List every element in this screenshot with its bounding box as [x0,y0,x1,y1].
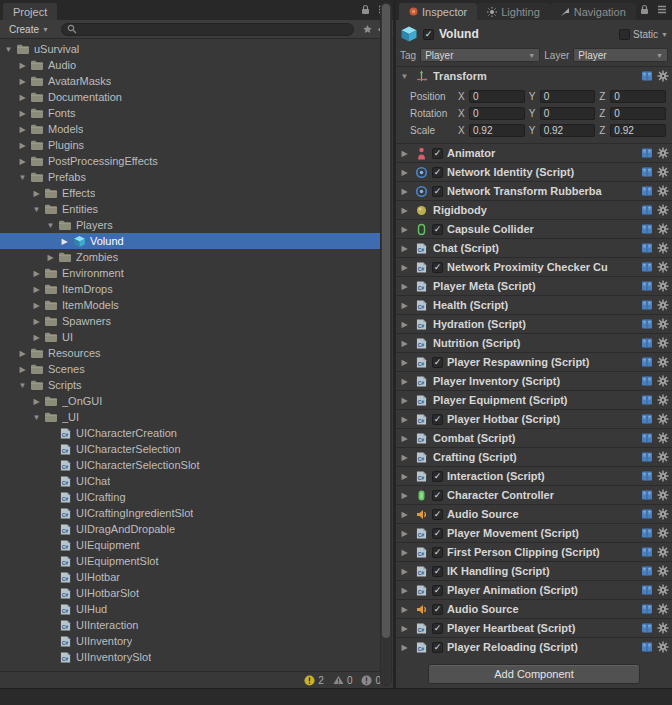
position-z-field[interactable]: 0 [610,90,666,103]
component-enabled-checkbox[interactable] [432,623,443,634]
foldout-closed-icon[interactable]: ▶ [16,125,29,134]
foldout-closed-icon[interactable]: ▶ [16,61,29,70]
rotation-z-field[interactable]: 0 [610,107,666,120]
gameobject-active-checkbox[interactable] [423,29,434,40]
lock-icon[interactable] [640,4,649,15]
search-box[interactable] [61,23,354,36]
tree-item[interactable]: C#UICharacterSelectionSlot [0,457,380,473]
component-enabled-checkbox[interactable] [432,262,443,273]
foldout-closed-icon[interactable]: ▶ [44,253,57,262]
help-book-icon[interactable] [641,223,653,235]
foldout-closed-icon[interactable]: ▶ [398,358,411,367]
help-book-icon[interactable] [641,299,653,311]
gear-icon[interactable] [657,546,669,558]
component-row[interactable]: ▶C#Player Heartbeat (Script) [396,618,672,637]
component-row[interactable]: ▶C#Player Meta (Script) [396,276,672,295]
foldout-closed-icon[interactable]: ▶ [16,77,29,86]
gameobject-name-field[interactable]: Volund [439,27,614,41]
gear-icon[interactable] [657,641,669,653]
foldout-closed-icon[interactable]: ▶ [398,567,411,576]
tree-item[interactable]: ▼Entities [0,201,380,217]
component-row[interactable]: ▶C#Player Animation (Script) [396,580,672,599]
component-enabled-checkbox[interactable] [432,547,443,558]
component-row[interactable]: ▶C#Player Hotbar (Script) [396,409,672,428]
component-enabled-checkbox[interactable] [432,224,443,235]
error-badge[interactable]: 2 [304,675,324,686]
help-book-icon[interactable] [641,641,653,653]
tree-item[interactable]: ▶Fonts [0,105,380,121]
help-book-icon[interactable] [641,70,653,82]
foldout-closed-icon[interactable]: ▶ [30,397,43,406]
tree-item[interactable]: ▶Resources [0,345,380,361]
tree-item[interactable]: C#UIHotbar [0,569,380,585]
tree-item[interactable]: C#UIDragAndDropable [0,521,380,537]
component-row[interactable]: ▶Rigidbody [396,200,672,219]
component-enabled-checkbox[interactable] [432,604,443,615]
gear-icon[interactable] [657,147,669,159]
foldout-open-icon[interactable]: ▼ [44,221,57,230]
help-book-icon[interactable] [641,356,653,368]
tag-dropdown[interactable]: Player ▼ [420,48,540,62]
help-book-icon[interactable] [641,470,653,482]
foldout-closed-icon[interactable]: ▶ [16,349,29,358]
component-row[interactable]: ▶Audio Source [396,599,672,618]
tree-item[interactable]: C#UIHotbarSlot [0,585,380,601]
gear-icon[interactable] [657,565,669,577]
foldout-closed-icon[interactable]: ▶ [398,491,411,500]
gear-icon[interactable] [657,432,669,444]
help-book-icon[interactable] [641,584,653,596]
foldout-closed-icon[interactable]: ▶ [398,263,411,272]
component-enabled-checkbox[interactable] [432,585,443,596]
help-book-icon[interactable] [641,622,653,634]
help-book-icon[interactable] [641,337,653,349]
foldout-closed-icon[interactable]: ▶ [398,225,411,234]
tree-item[interactable]: ▶Environment [0,265,380,281]
component-enabled-checkbox[interactable] [432,167,443,178]
help-book-icon[interactable] [641,147,653,159]
foldout-closed-icon[interactable]: ▶ [398,453,411,462]
component-row[interactable]: ▶C#Crafting (Script) [396,447,672,466]
component-enabled-checkbox[interactable] [432,414,443,425]
foldout-closed-icon[interactable]: ▶ [398,529,411,538]
tree-item[interactable]: C#UIInventory [0,633,380,649]
gear-icon[interactable] [657,470,669,482]
gear-icon[interactable] [657,394,669,406]
static-checkbox[interactable] [619,29,630,40]
component-row[interactable]: ▶Animator [396,143,672,162]
help-book-icon[interactable] [641,394,653,406]
tree-item[interactable]: C#UICharacterCreation [0,425,380,441]
gear-icon[interactable] [657,185,669,197]
foldout-closed-icon[interactable]: ▶ [16,93,29,102]
foldout-closed-icon[interactable]: ▶ [398,377,411,386]
help-book-icon[interactable] [641,527,653,539]
foldout-closed-icon[interactable]: ▶ [398,510,411,519]
help-book-icon[interactable] [641,508,653,520]
gear-icon[interactable] [657,280,669,292]
component-enabled-checkbox[interactable] [432,528,443,539]
gear-icon[interactable] [657,337,669,349]
component-enabled-checkbox[interactable] [432,566,443,577]
tree-item[interactable]: ▶Audio [0,57,380,73]
foldout-closed-icon[interactable]: ▶ [30,333,43,342]
gear-icon[interactable] [657,356,669,368]
component-enabled-checkbox[interactable] [432,357,443,368]
foldout-closed-icon[interactable]: ▶ [398,149,411,158]
gear-icon[interactable] [657,318,669,330]
help-book-icon[interactable] [641,432,653,444]
project-scrollbar[interactable] [380,2,392,686]
component-row[interactable]: ▶C#Nutrition (Script) [396,333,672,352]
tree-item[interactable]: C#UIChat [0,473,380,489]
help-book-icon[interactable] [641,318,653,330]
tree-item[interactable]: ▼uSurvival [0,41,380,57]
tree-item[interactable]: ▶_OnGUI [0,393,380,409]
help-book-icon[interactable] [641,280,653,292]
help-book-icon[interactable] [641,375,653,387]
foldout-closed-icon[interactable]: ▶ [398,320,411,329]
component-row[interactable]: ▶Network Transform Rubberba [396,181,672,200]
component-row[interactable]: ▶C#Player Movement (Script) [396,523,672,542]
scale-x-field[interactable]: 0.92 [469,124,525,137]
foldout-closed-icon[interactable]: ▶ [58,237,71,246]
foldout-closed-icon[interactable]: ▶ [30,317,43,326]
foldout-closed-icon[interactable]: ▶ [398,415,411,424]
component-enabled-checkbox[interactable] [432,509,443,520]
